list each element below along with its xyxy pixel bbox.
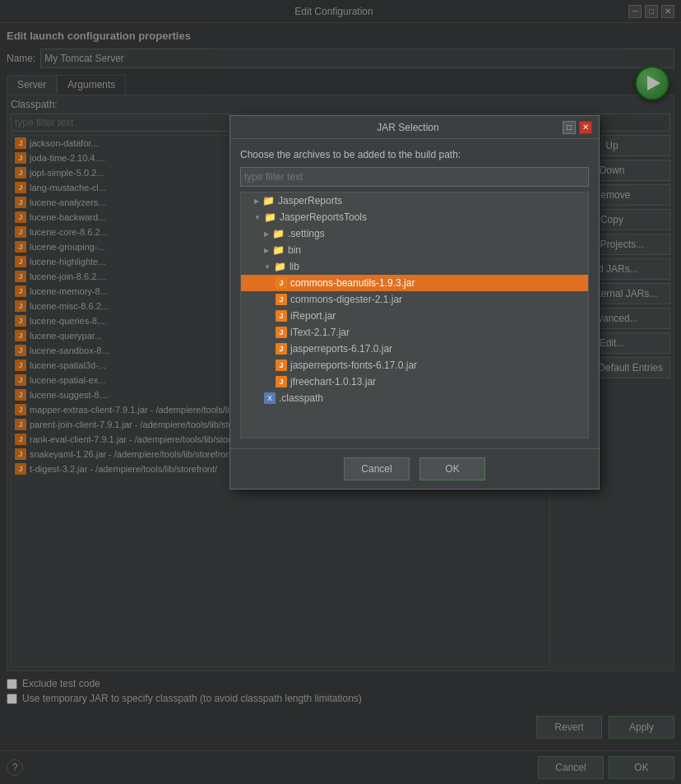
tree-item[interactable]: Jjasperreports-fonts-6.17.0.jar xyxy=(241,357,588,373)
jar-file-icon: J xyxy=(276,327,287,338)
tree-item-label: .settings xyxy=(288,228,325,239)
chevron-icon: ▶ xyxy=(254,197,259,205)
xml-file-icon: X xyxy=(264,392,276,404)
tree-item[interactable]: JiText-2.1.7.jar xyxy=(241,324,588,341)
jar-file-icon: J xyxy=(276,360,287,371)
folder-icon: 📁 xyxy=(272,228,285,239)
modal-overlay: JAR Selection □ ✕ Choose the archives to… xyxy=(0,0,681,784)
chevron-icon: ▶ xyxy=(264,230,269,238)
tree-item-label: jasperreports-fonts-6.17.0.jar xyxy=(290,360,417,371)
modal-body: Choose the archives to be added to the b… xyxy=(230,139,599,448)
tree-item[interactable]: JiReport.jar xyxy=(241,308,588,324)
tree-item-label: jasperreports-6.17.0.jar xyxy=(290,343,392,355)
tree-item[interactable]: ▶📁.settings xyxy=(241,225,588,242)
modal-description: Choose the archives to be added to the b… xyxy=(240,149,589,160)
tree-item[interactable]: ▶📁bin xyxy=(241,242,588,258)
folder-icon: 📁 xyxy=(264,211,276,223)
tree-item[interactable]: Jcommons-digester-2.1.jar xyxy=(241,291,588,308)
jar-file-icon: J xyxy=(276,294,287,305)
modal-footer: Cancel OK xyxy=(230,448,599,489)
tree-item[interactable]: Jcommons-beanutils-1.9.3.jar xyxy=(241,275,588,291)
folder-icon: 📁 xyxy=(262,195,275,206)
tree-item-label: jfreechart-1.0.13.jar xyxy=(290,376,376,387)
tree-item[interactable]: Jjfreechart-1.0.13.jar xyxy=(241,373,588,390)
chevron-icon: ▼ xyxy=(264,263,271,271)
tree-item-label: commons-digester-2.1.jar xyxy=(290,294,402,305)
tree-item-label: commons-beanutils-1.9.3.jar xyxy=(290,277,415,289)
jar-selection-modal: JAR Selection □ ✕ Choose the archives to… xyxy=(229,115,600,489)
jar-file-icon: J xyxy=(276,376,287,387)
tree-item-label: JasperReportsTools xyxy=(280,211,367,223)
modal-ok-button[interactable]: OK xyxy=(419,457,485,480)
modal-maximize-button[interactable]: □ xyxy=(563,121,576,134)
chevron-icon: ▶ xyxy=(264,247,269,254)
modal-close-button[interactable]: ✕ xyxy=(579,121,592,134)
tree-item-label: iText-2.1.7.jar xyxy=(290,327,350,338)
modal-title-bar: JAR Selection □ ✕ xyxy=(230,116,599,139)
modal-filter-input[interactable] xyxy=(240,167,589,187)
modal-tree[interactable]: ▶📁JasperReports▼📁JasperReportsTools▶📁.se… xyxy=(240,192,589,438)
folder-icon: 📁 xyxy=(272,244,285,256)
tree-item-label: bin xyxy=(288,244,301,256)
tree-item[interactable]: Jjasperreports-6.17.0.jar xyxy=(241,341,588,357)
tree-item-label: iReport.jar xyxy=(290,310,336,322)
tree-item[interactable]: X.classpath xyxy=(241,390,588,406)
jar-file-icon: J xyxy=(276,310,287,322)
tree-item-label: .classpath xyxy=(279,392,323,404)
modal-title-controls: □ ✕ xyxy=(563,121,592,134)
modal-title: JAR Selection xyxy=(253,122,563,133)
jar-file-icon: J xyxy=(276,343,287,355)
tree-item-label: lib xyxy=(290,261,299,272)
tree-item-label: JasperReports xyxy=(278,195,342,206)
chevron-icon: ▼ xyxy=(254,214,261,221)
tree-item[interactable]: ▼📁lib xyxy=(241,258,588,275)
jar-file-icon: J xyxy=(276,277,287,289)
folder-icon: 📁 xyxy=(274,261,286,272)
tree-item[interactable]: ▶📁JasperReports xyxy=(241,193,588,209)
tree-item[interactable]: ▼📁JasperReportsTools xyxy=(241,209,588,225)
modal-cancel-button[interactable]: Cancel xyxy=(344,457,410,480)
